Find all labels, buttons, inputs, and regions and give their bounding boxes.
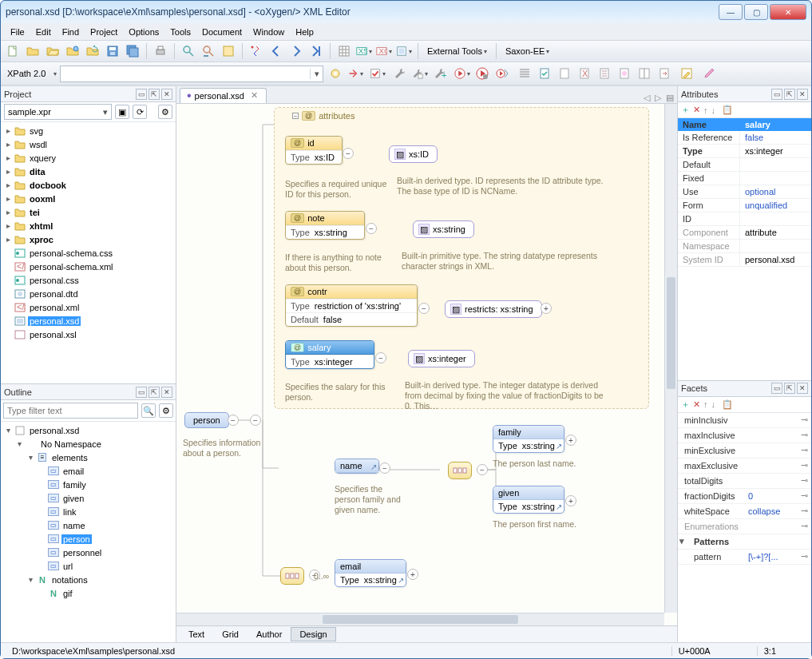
sequence-name-icon[interactable]	[448, 462, 472, 479]
search-button[interactable]	[180, 42, 197, 60]
project-collapse-icon[interactable]: ▣	[115, 105, 129, 119]
tab-list-icon[interactable]: ▤	[666, 93, 674, 103]
play-button[interactable]: ▾	[454, 65, 471, 82]
expand-id-icon[interactable]: −	[343, 148, 354, 159]
view-tab-author[interactable]: Author	[248, 627, 291, 641]
attr-row-form[interactable]: Formunqualified	[678, 199, 811, 212]
expand-seq2-icon[interactable]: −	[477, 464, 488, 475]
collapse-children-icon[interactable]: −	[250, 415, 261, 426]
prev-button[interactable]	[267, 42, 285, 60]
menu-find[interactable]: Find	[57, 26, 84, 38]
save-button[interactable]	[104, 42, 121, 60]
run-xpath-button[interactable]: ▾	[347, 65, 364, 82]
outline-item-family[interactable]: ▭family	[1, 478, 176, 491]
project-item-personal-dtd[interactable]: personal.dtd	[1, 287, 176, 300]
element-email[interactable]: email Typexs:string ↗	[335, 559, 406, 587]
facet-delete-icon[interactable]: ✕	[693, 399, 700, 410]
attr-row-default[interactable]: Default	[678, 158, 811, 172]
xslt-button[interactable]: XSLT▾	[355, 42, 373, 60]
type-xsstring[interactable]: ▨xs:string	[413, 220, 474, 238]
menu-edit[interactable]: Edit	[31, 26, 56, 38]
project-item-personal-schema-css[interactable]: personal-schema.css	[1, 246, 176, 260]
xquery-search-button[interactable]	[220, 42, 237, 60]
content-completion-button[interactable]	[248, 42, 265, 60]
tab-next-icon[interactable]: ▷	[655, 93, 661, 103]
open-project-button[interactable]	[44, 42, 61, 60]
attr-contr[interactable]: @contr Typerestriction of 'xs:string' De…	[285, 284, 418, 327]
view-tab-grid[interactable]: Grid	[213, 627, 248, 641]
outline-nons[interactable]: ▾No Namespace	[1, 437, 176, 451]
attributes-close-icon[interactable]: ✕	[797, 89, 808, 100]
menu-window[interactable]: Window	[248, 26, 289, 38]
play-scenario-button[interactable]	[493, 65, 511, 82]
outline-item-email[interactable]: ▭email	[1, 464, 176, 478]
xquery-button[interactable]: XQ▾	[375, 42, 393, 60]
search-icon[interactable]: 🔍	[141, 403, 156, 418]
facet-row-maxinclusive[interactable]: maxInclusive⊸	[678, 428, 811, 443]
format-indent-button[interactable]	[516, 65, 533, 82]
outline-group-elements[interactable]: ▾≡elements	[1, 451, 176, 464]
project-pin-icon[interactable]: ⇱	[149, 89, 160, 100]
attr-row-fixed[interactable]: Fixed	[678, 172, 811, 185]
attr-row-id[interactable]: ID	[678, 212, 811, 226]
menu-tools[interactable]: Tools	[165, 26, 196, 38]
find-replace-button[interactable]	[200, 42, 217, 60]
facet-add-icon[interactable]: ＋	[681, 399, 690, 411]
menu-project[interactable]: Project	[85, 26, 122, 38]
pipette-button[interactable]	[700, 65, 718, 82]
validate-button[interactable]: ▾	[369, 65, 386, 82]
edit-pencil-button[interactable]	[678, 65, 695, 82]
outline-filter-input[interactable]	[3, 403, 138, 419]
facet-row-totaldigits[interactable]: totalDigits⊸	[678, 474, 811, 489]
attr-row-system-id[interactable]: System IDpersonal.xsd	[678, 253, 811, 267]
doc-button-4[interactable]	[616, 65, 633, 82]
diagram-horizontal-scrollbar[interactable]	[176, 613, 664, 625]
outline-item-person[interactable]: ▭person	[1, 532, 176, 546]
outline-item-url[interactable]: ▭url	[1, 559, 176, 573]
project-item-personal-schema-xml[interactable]: </>personal-schema.xml	[1, 260, 176, 273]
attr-row-use[interactable]: Useoptional	[678, 185, 811, 199]
project-item-personal-xml[interactable]: </>personal.xml	[1, 300, 176, 314]
diagram-vertical-scrollbar[interactable]	[664, 104, 677, 613]
expand-note-icon[interactable]: −	[366, 223, 377, 234]
tab-prev-icon[interactable]: ◁	[644, 93, 650, 103]
project-gear-icon[interactable]: ⚙	[158, 105, 172, 119]
xpath-dropdown-icon[interactable]: ▾	[310, 69, 323, 79]
facets-restore-icon[interactable]: ▭	[771, 383, 782, 394]
attr-copy-icon[interactable]: 📋	[722, 105, 733, 115]
menu-help[interactable]: Help	[291, 26, 319, 38]
outline-item-name[interactable]: ▭name	[1, 518, 176, 532]
save-all-button[interactable]	[124, 42, 141, 60]
attr-delete-icon[interactable]: ✕	[693, 105, 700, 115]
outline-gear-icon[interactable]: ⚙	[159, 403, 173, 418]
element-given[interactable]: given Typexs:string ↗	[493, 486, 564, 514]
facet-down-icon[interactable]: ↓	[711, 399, 716, 409]
project-item-tei[interactable]: ▸tei	[1, 205, 176, 219]
project-file-combo[interactable]: sample.xpr▾	[4, 104, 112, 120]
doc-arrow-button[interactable]	[656, 65, 673, 82]
schema-diagram[interactable]: person − Specifies information about a p…	[176, 104, 677, 626]
facet-row-enumerations[interactable]: Enumerations⊸	[678, 519, 811, 534]
project-item-xquery[interactable]: ▸xquery	[1, 151, 176, 165]
project-restore-icon[interactable]: ▭	[136, 89, 147, 100]
facet-row-whitespace[interactable]: whiteSpacecollapse⊸	[678, 504, 811, 519]
outline-pin-icon[interactable]: ⇱	[149, 387, 160, 398]
engine-selector[interactable]: Saxon-EE▾	[501, 42, 554, 60]
sequence-person-icon[interactable]	[280, 567, 304, 585]
element-family[interactable]: family Typexs:string ↗	[493, 425, 564, 453]
outline-item-gif[interactable]: Ngif	[1, 586, 176, 600]
attributes-pin-icon[interactable]: ⇱	[784, 89, 795, 100]
project-item-dita[interactable]: ▸dita	[1, 165, 176, 178]
type-restrict-string[interactable]: ▨restricts: xs:string	[445, 300, 542, 318]
new-file-button[interactable]	[4, 42, 22, 60]
last-button[interactable]	[307, 42, 325, 60]
project-item-personal-xsd[interactable]: personal.xsd	[1, 314, 176, 328]
outline-item-personnel[interactable]: ▭personnel	[1, 546, 176, 559]
outline-root[interactable]: ▾personal.xsd	[1, 423, 176, 437]
facet-group-patterns[interactable]: ▾Patterns	[678, 534, 811, 550]
open-url-button[interactable]	[64, 42, 81, 60]
outline-restore-icon[interactable]: ▭	[136, 387, 147, 398]
editor-tab-personal[interactable]: • personal.xsd ✕	[180, 88, 267, 103]
scenarios-button[interactable]: ▾	[395, 42, 413, 60]
menu-document[interactable]: Document	[197, 26, 247, 38]
